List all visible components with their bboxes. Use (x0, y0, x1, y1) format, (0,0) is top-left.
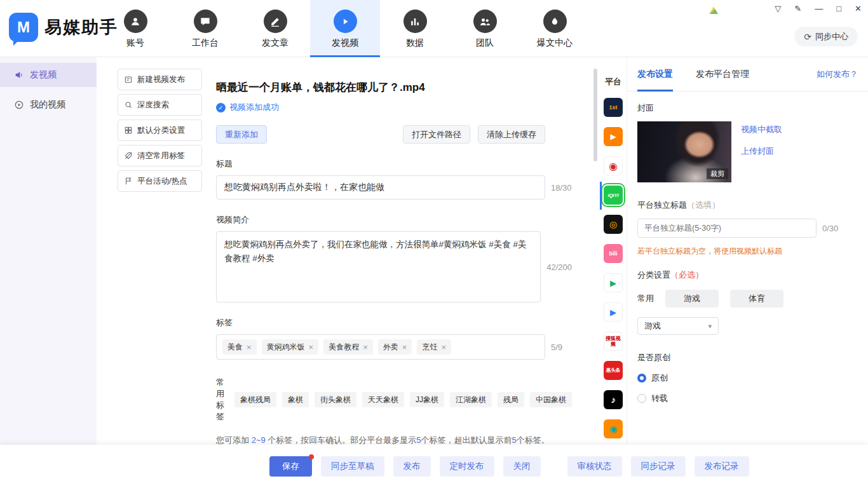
nav-hot-center[interactable]: 爆文中心 (520, 0, 590, 57)
tag-text: 美食教程 (329, 342, 359, 353)
common-tag-chip[interactable]: JJ象棋 (410, 392, 444, 407)
common-tag-chip[interactable]: 象棋 (282, 392, 309, 407)
video-publish-form: 晒最近一个月账单，钱都花在哪儿了？.mp4 ✓ 视频添加成功 重新添加 打开文件… (216, 70, 572, 464)
window-edit-icon[interactable]: ✎ (794, 4, 801, 13)
video-description-textarea[interactable]: 想吃黄焖鸡别再点外卖了，我们在家也能做，方法很简单#黄焖鸡米饭 #美食 #美食教… (216, 231, 541, 302)
platform-iqiyi-icon[interactable]: iQIYI (604, 186, 623, 205)
upload-status-text: 视频添加成功 (229, 102, 279, 113)
tags-field-label: 标签 (216, 317, 572, 329)
help-highlight: 5 (512, 435, 517, 445)
independent-title-warning: 若平台独立标题为空，将使用视频默认标题 (637, 246, 858, 257)
vertical-scrollbar[interactable] (593, 69, 597, 161)
common-tag-chip[interactable]: 街头象棋 (315, 392, 356, 407)
remove-tag-icon[interactable]: × (309, 342, 314, 352)
title-field-label: 标题 (216, 158, 572, 170)
platform-bilibili-icon[interactable]: bili (604, 244, 623, 263)
nav-data[interactable]: 数据 (380, 0, 450, 57)
video-title-input[interactable] (216, 175, 545, 200)
category-select[interactable]: 游戏 ▾ (637, 317, 719, 335)
new-video-publish-label: 新建视频发布 (137, 74, 185, 85)
platform-qie-icon[interactable]: ◉ (604, 419, 623, 438)
remove-tag-icon[interactable]: × (441, 342, 446, 352)
radio-selected-icon[interactable] (637, 374, 646, 383)
deep-search-button[interactable]: 深度搜索 (118, 94, 202, 116)
independent-title-text: 平台独立标题 (637, 200, 687, 210)
platform-yidianzixun-icon[interactable]: 1st (604, 98, 623, 117)
window-minimize-icon[interactable]: — (815, 4, 823, 13)
platform-haokan-icon[interactable]: ▶ (604, 302, 623, 322)
nav-account[interactable]: 账号 (100, 0, 170, 57)
tag-off-icon (124, 151, 133, 160)
clear-common-tags-button[interactable]: 清空常用标签 (118, 145, 202, 166)
header: M 易媒助手 账号 工作台 发文章 (0, 0, 868, 57)
platform-tencent-video-icon[interactable]: ▶ (604, 273, 623, 292)
remove-tag-icon[interactable]: × (247, 342, 252, 352)
radio-original[interactable]: 原创 (637, 372, 858, 384)
save-button[interactable]: 保存 (269, 456, 312, 477)
flame-icon (543, 10, 567, 33)
publish-record-button[interactable]: 发布记录 (695, 456, 749, 477)
platform-activity-button[interactable]: 平台活动/热点 (118, 170, 202, 192)
sync-center-button[interactable]: ⟳ 同步中心 (794, 27, 858, 46)
tag-text: 黄焖鸡米饭 (267, 342, 305, 353)
clear-upload-cache-button[interactable]: 清除上传缓存 (478, 125, 545, 144)
common-tag-chip[interactable]: 象棋残局 (234, 392, 276, 407)
radio-unselected-icon[interactable] (637, 394, 646, 403)
sync-record-button[interactable]: 同步记录 (631, 456, 686, 477)
platform-activity-label: 平台活动/热点 (137, 176, 187, 187)
default-category-settings-button[interactable]: 默认分类设置 (118, 119, 202, 141)
how-to-publish-link[interactable]: 如何发布？ (817, 69, 858, 80)
category-sports-button[interactable]: 体育 (730, 290, 783, 308)
platform-huitoutiao-icon[interactable]: 惠头条 (604, 361, 623, 380)
original-label: 是否原创 (637, 352, 858, 363)
remove-tag-icon[interactable]: × (363, 342, 368, 352)
nav-publish-video[interactable]: 发视频 (310, 0, 380, 57)
common-tag-chip[interactable]: 中国象棋 (530, 392, 572, 407)
platform-fengxing-icon[interactable]: ◉ (604, 156, 623, 175)
close-button[interactable]: 关闭 (503, 456, 541, 477)
category-settings-text: 分类设置 (637, 270, 670, 280)
nav-workbench[interactable]: 工作台 (170, 0, 240, 57)
search-icon (124, 100, 133, 109)
capture-from-video-link[interactable]: 视频中截取 (741, 124, 782, 135)
sync-to-draft-button[interactable]: 同步至草稿 (321, 456, 384, 477)
upload-cover-link[interactable]: 上传封面 (741, 146, 782, 157)
sidebar-item-my-videos[interactable]: 我的视频 (0, 93, 97, 117)
review-status-button[interactable]: 审核状态 (567, 456, 622, 477)
sidebar-item-publish-video[interactable]: 发视频 (0, 63, 97, 87)
platform-douyin-icon[interactable]: ♪ (604, 390, 623, 409)
category-game-button[interactable]: 游戏 (665, 290, 719, 308)
tab-platform-manage[interactable]: 发布平台管理 (696, 57, 749, 92)
platform-sohu-video-icon[interactable]: 搜狐视频 (604, 332, 623, 351)
nav-publish-article[interactable]: 发文章 (240, 0, 310, 57)
common-tag-chip[interactable]: 残局 (498, 392, 524, 407)
cover-thumbnail[interactable]: 裁剪 (637, 121, 731, 182)
common-tag-chip[interactable]: 天天象棋 (362, 392, 404, 407)
cover-links: 视频中截取 上传封面 (741, 121, 782, 182)
form-icon (124, 75, 133, 84)
platform-heikan-icon[interactable]: ◎ (604, 215, 623, 234)
tags-input-box[interactable]: 美食× 黄焖鸡米饭× 美食教程× 外卖× 烹饪× (216, 334, 545, 360)
open-file-path-button[interactable]: 打开文件路径 (403, 125, 470, 144)
nav-publish-article-label: 发文章 (262, 37, 288, 49)
team-icon (473, 10, 497, 33)
common-tag-chip[interactable]: 江湖象棋 (450, 392, 492, 407)
window-dropdown-icon[interactable]: ▽ (775, 4, 781, 13)
readd-video-button[interactable]: 重新添加 (216, 125, 267, 144)
crop-badge[interactable]: 裁剪 (707, 168, 728, 179)
new-video-publish-button[interactable]: 新建视频发布 (118, 69, 202, 90)
scheduled-publish-button[interactable]: 定时发布 (440, 456, 494, 477)
nav-team[interactable]: 团队 (450, 0, 520, 57)
nav-account-label: 账号 (126, 37, 144, 49)
platform-kuaishou-icon[interactable]: ▶ (604, 127, 623, 146)
independent-title-input[interactable] (637, 219, 817, 238)
window-maximize-icon[interactable]: □ (836, 4, 841, 13)
independent-title-counter: 0/30 (822, 224, 838, 233)
radio-repost[interactable]: 转载 (637, 393, 858, 404)
window-close-icon[interactable]: ✕ (855, 4, 862, 13)
common-categories-label: 常用 (637, 293, 654, 304)
publish-button[interactable]: 发布 (393, 456, 431, 477)
tray-plugin-icon[interactable] (709, 6, 718, 14)
remove-tag-icon[interactable]: × (402, 342, 407, 352)
tab-publish-settings[interactable]: 发布设置 (637, 57, 673, 92)
